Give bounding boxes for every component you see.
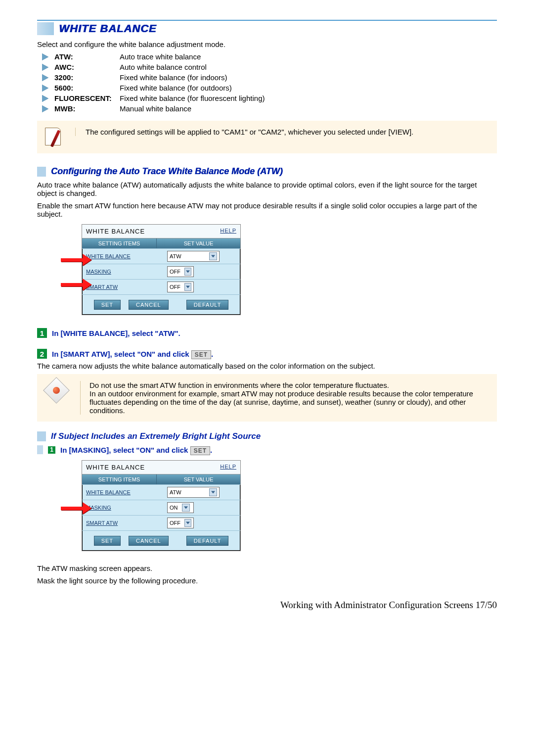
tail-p1: The ATW masking screen appears. [37, 564, 497, 572]
step-text-post: . [211, 350, 213, 358]
masking-select[interactable]: OFF [167, 266, 194, 277]
mode-term: 3200: [54, 73, 120, 82]
set-button-inline: SET [191, 350, 211, 359]
panel-titlebar: WHITE BALANCE HELP [82, 461, 240, 474]
mode-term: MWB: [54, 104, 120, 113]
section-title: WHITE BALANCE [59, 22, 157, 35]
settings-panel: WHITE BALANCE HELP SETTING ITEMS SET VAL… [82, 460, 241, 551]
note-icon [45, 128, 63, 146]
wb-select[interactable]: ATW [167, 251, 220, 262]
mode-desc: Manual white balance [120, 104, 191, 113]
red-arrow-icon [61, 279, 91, 290]
note-box: The configured settings will be applied … [37, 121, 497, 153]
panel-row-smartatw: SMART ATW OFF [82, 515, 240, 530]
col-header-value: SET VALUE [157, 474, 240, 484]
help-link[interactable]: HELP [220, 464, 236, 471]
row-label[interactable]: WHITE BALANCE [82, 250, 164, 262]
page-footer: Working with Administrator Configuration… [37, 600, 497, 611]
step-text: In [SMART ATW], select "ON" and click SE… [52, 350, 213, 358]
row-label[interactable]: SMART ATW [82, 281, 164, 293]
col-header-items: SETTING ITEMS [82, 238, 157, 248]
mode-term: AWC: [54, 63, 120, 71]
mode-row: AWC: Auto white balance control [42, 62, 497, 72]
chevron-down-icon [209, 488, 217, 496]
settings-panel: WHITE BALANCE HELP SETTING ITEMS SET VAL… [82, 224, 241, 315]
panel-col-headers: SETTING ITEMS SET VALUE [82, 474, 240, 484]
mode-row: 5600: Fixed white balance (for outdoors) [42, 83, 497, 93]
warn-line-1: Do not use the smart ATW function in env… [89, 381, 489, 389]
mode-desc: Fixed white balance (for fluorescent lig… [120, 94, 265, 102]
subsection-title: Configuring the Auto Trace White Balance… [51, 166, 283, 177]
step-2: 2 In [SMART ATW], select "ON" and click … [37, 349, 497, 359]
substep-accent-bar [37, 445, 43, 454]
wb-panel-screenshot-1: WHITE BALANCE HELP SETTING ITEMS SET VAL… [82, 224, 497, 315]
subsection-header: Configuring the Auto Trace White Balance… [37, 166, 497, 177]
header-accent-bar [37, 22, 54, 35]
bullet-icon [42, 105, 48, 112]
panel-title-text: WHITE BALANCE [86, 464, 145, 471]
help-link[interactable]: HELP [220, 228, 236, 235]
section-header: WHITE BALANCE [37, 22, 497, 35]
row-label[interactable]: MASKING [82, 266, 164, 278]
mode-desc: Fixed white balance (for outdoors) [120, 84, 232, 92]
bullet-icon [42, 53, 48, 60]
row-label[interactable]: WHITE BALANCE [82, 486, 164, 498]
step-text: In [MASKING], select "ON" and click SET. [60, 446, 212, 454]
subheader-accent-bar [37, 167, 46, 177]
set-button[interactable]: SET [94, 536, 121, 546]
wb-panel-screenshot-2: WHITE BALANCE HELP SETTING ITEMS SET VAL… [82, 460, 497, 551]
step-1: 1 In [WHITE BALANCE], select "ATW". [37, 328, 497, 338]
step-text-pre: In [SMART ATW], select "ON" and click [52, 350, 191, 358]
panel-row-smartatw: SMART ATW OFF [82, 279, 240, 294]
row-label[interactable]: MASKING [82, 502, 164, 514]
row-label[interactable]: SMART ATW [82, 517, 164, 529]
mode-definitions: ATW: Auto trace white balance AWC: Auto … [42, 51, 497, 114]
step2-followup: The camera now adjusts the white balance… [37, 362, 497, 370]
smartatw-select[interactable]: OFF [167, 518, 194, 528]
default-button[interactable]: DEFAULT [186, 536, 229, 546]
col-header-items: SETTING ITEMS [82, 474, 157, 484]
step-number: 2 [37, 349, 47, 359]
mode-row: FLUORESCENT: Fixed white balance (for fl… [42, 93, 497, 103]
tail-p2: Mask the light source by the following p… [37, 576, 497, 585]
wb-select[interactable]: ATW [167, 487, 220, 498]
panel-row-wb: WHITE BALANCE ATW [82, 484, 240, 500]
mode-row: MWB: Manual white balance [42, 103, 497, 114]
mode-desc: Auto trace white balance [120, 52, 201, 61]
mode-term: ATW: [54, 52, 120, 61]
intro-text: Select and configure the white balance a… [37, 40, 497, 48]
col-header-value: SET VALUE [157, 238, 240, 248]
mode-desc: Auto white balance control [120, 63, 207, 71]
mode-row: ATW: Auto trace white balance [42, 51, 497, 62]
cancel-button[interactable]: CANCEL [129, 536, 169, 546]
panel-col-headers: SETTING ITEMS SET VALUE [82, 238, 240, 248]
smartatw-select[interactable]: OFF [167, 282, 194, 292]
masking-select[interactable]: ON [167, 502, 194, 513]
mode-term: 5600: [54, 84, 120, 92]
step-text: In [WHITE BALANCE], select "ATW". [52, 329, 180, 337]
chevron-down-icon [182, 504, 190, 512]
warning-box: Do not use the smart ATW function in env… [37, 374, 497, 422]
step-number: 1 [48, 446, 55, 454]
panel-row-masking: MASKING OFF [82, 264, 240, 279]
subsubsection-title: If Subject Includes an Extremely Bright … [51, 431, 261, 441]
sub1-para1: Auto trace white balance (ATW) automatic… [37, 181, 497, 197]
panel-row-wb: WHITE BALANCE ATW [82, 248, 240, 264]
cancel-button[interactable]: CANCEL [129, 300, 169, 310]
red-arrow-icon [61, 502, 91, 514]
panel-title-text: WHITE BALANCE [86, 228, 145, 235]
substep: 1 In [MASKING], select "ON" and click SE… [37, 445, 497, 454]
section-topline [37, 20, 497, 21]
warn-line-2: In an outdoor environment for example, s… [89, 389, 489, 415]
substep-pre: In [MASKING], select "ON" and click [60, 446, 190, 454]
bullet-icon [42, 74, 48, 81]
step-number: 1 [37, 328, 47, 338]
set-button[interactable]: SET [94, 300, 121, 310]
subsubheader-accent-bar [37, 431, 46, 441]
chevron-down-icon [184, 268, 191, 276]
warning-text: Do not use the smart ATW function in env… [80, 381, 489, 415]
bullet-icon [42, 85, 48, 92]
chevron-down-icon [184, 283, 191, 291]
mode-row: 3200: Fixed white balance (for indoors) [42, 72, 497, 83]
default-button[interactable]: DEFAULT [186, 300, 229, 310]
